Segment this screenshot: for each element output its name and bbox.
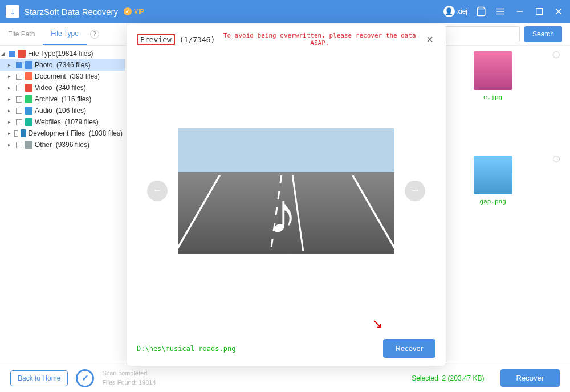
type-icon [25, 61, 32, 69]
modal-header: Preview (1/7346) To avoid being overwrit… [137, 32, 435, 47]
thumb-checkbox[interactable] [553, 156, 560, 162]
scan-complete-icon: ✓ [76, 369, 94, 387]
caret-right-icon: ▸ [8, 85, 14, 91]
tree-root-label: File Type(19814 files) [28, 50, 93, 58]
svg-rect-5 [536, 9, 543, 15]
scan-status: Scan completed Files Found: 19814 [102, 369, 156, 387]
caret-right-icon: ▸ [8, 119, 14, 125]
caret-right-icon: ▸ [8, 130, 12, 136]
tree-item-document[interactable]: ▸Document (393 files) [0, 71, 125, 82]
tree-item-photo[interactable]: ▸Photo (7346 files) [0, 59, 125, 71]
type-icon [25, 118, 32, 126]
tree-item-archive[interactable]: ▸Archive (116 files) [0, 93, 125, 105]
cart-icon[interactable] [475, 6, 487, 17]
tree-item-audio[interactable]: ▸Audio (106 files) [0, 105, 125, 116]
username: xiej [457, 7, 467, 15]
recover-button[interactable]: Recover [500, 369, 560, 387]
close-modal-icon[interactable]: × [424, 33, 435, 46]
tree-item-development-files[interactable]: ▸Development Files (1038 files) [0, 128, 125, 139]
preview-modal: Preview (1/7346) To avoid being overwrit… [127, 24, 446, 366]
user-account[interactable]: 👤 xiej [443, 6, 467, 17]
checkbox[interactable] [9, 51, 15, 57]
caret-right-icon: ▸ [8, 74, 14, 79]
checkbox[interactable] [16, 96, 22, 103]
checkbox[interactable] [16, 119, 22, 125]
thumb-checkbox[interactable] [553, 51, 560, 58]
folder-icon [18, 50, 26, 58]
vip-label: VIP [134, 8, 144, 15]
preview-image: ♪ [178, 128, 394, 254]
tree-item-label: Other (9396 files) [35, 141, 89, 149]
checkbox[interactable] [16, 74, 22, 80]
minimize-icon[interactable] [514, 6, 526, 17]
search-button[interactable]: Search [524, 26, 562, 42]
help-icon[interactable]: ? [90, 30, 99, 39]
type-icon [25, 107, 32, 115]
type-icon [25, 72, 32, 80]
checkbox[interactable] [16, 62, 22, 68]
avatar-icon: 👤 [443, 6, 455, 17]
footer: Back to Home ✓ Scan completed Files Foun… [0, 364, 570, 392]
type-icon [25, 95, 32, 103]
tree-item-webfiles[interactable]: ▸Webfiles (1079 files) [0, 116, 125, 128]
type-icon [21, 129, 26, 137]
caret-right-icon: ▸ [8, 142, 14, 148]
tree-item-label: Development Files (1038 files) [28, 129, 123, 137]
tab-file-path[interactable]: File Path [0, 23, 43, 45]
tree-item-label: Photo (7346 files) [35, 61, 90, 69]
vip-icon: ✓ [124, 7, 132, 15]
music-note-icon: ♪ [269, 185, 298, 242]
tree-item-video[interactable]: ▸Video (340 files) [0, 82, 125, 93]
checkbox[interactable] [14, 130, 19, 137]
caret-right-icon: ▸ [8, 96, 14, 102]
tree-item-label: Webfiles (1079 files) [35, 118, 99, 126]
thumbnail-image [474, 156, 512, 194]
next-button[interactable]: → [405, 181, 425, 201]
tree-item-label: Video (340 files) [35, 84, 86, 92]
app-logo-icon: ↓ [6, 5, 19, 18]
preview-file-path: D:\hes\musical roads.png [137, 345, 235, 353]
tree-item-label: Audio (106 files) [35, 107, 86, 115]
selected-count: Selected: 2 (203.47 KB) [412, 374, 484, 382]
file-tree: ◢ File Type(19814 files) ▸Photo (7346 fi… [0, 46, 125, 364]
back-button[interactable]: Back to Home [10, 370, 68, 386]
maximize-icon[interactable] [534, 6, 545, 17]
type-icon [25, 141, 32, 149]
tree-item-other[interactable]: ▸Other (9396 files) [0, 139, 125, 150]
caret-right-icon: ▸ [8, 62, 14, 68]
arrow-annotation-icon: ↘ [372, 316, 383, 332]
sidebar: File Path File Type ? ◢ File Type(19814 … [0, 23, 125, 364]
prev-button[interactable]: ← [147, 181, 168, 201]
tree-root[interactable]: ◢ File Type(19814 files) [0, 48, 125, 59]
warning-text: To avoid being overwritten, please recov… [219, 32, 420, 47]
type-icon [25, 84, 32, 92]
preview-label: Preview [137, 34, 175, 45]
tree-item-label: Archive (116 files) [35, 95, 91, 103]
thumbnail-image [474, 51, 512, 90]
caret-right-icon: ▸ [8, 108, 14, 113]
modal-recover-button[interactable]: Recover [383, 339, 435, 358]
checkbox[interactable] [16, 142, 22, 148]
close-icon[interactable] [553, 6, 564, 17]
checkbox[interactable] [16, 108, 22, 114]
tree-item-label: Document (393 files) [35, 72, 100, 80]
title-bar: ↓ StarzSoft Data Recovery ✓ VIP 👤 xiej [0, 0, 570, 23]
caret-down-icon: ◢ [1, 51, 7, 56]
menu-icon[interactable] [495, 6, 506, 17]
tab-file-type[interactable]: File Type [43, 23, 86, 45]
sidebar-tabs: File Path File Type ? [0, 23, 125, 46]
preview-count: (1/7346) [180, 35, 215, 44]
app-title: StarzSoft Data Recovery [24, 7, 118, 17]
checkbox[interactable] [16, 85, 22, 91]
vip-badge[interactable]: ✓ VIP [124, 7, 144, 15]
